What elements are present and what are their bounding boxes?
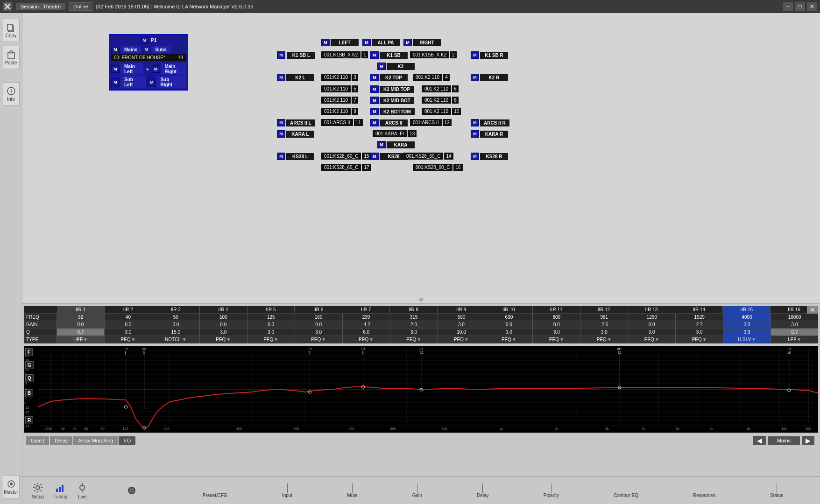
type-13[interactable]: PEQ▼ <box>628 336 676 343</box>
q-12[interactable]: 3.0 <box>580 329 628 336</box>
freq-15[interactable]: 4000 <box>723 314 771 321</box>
freq-1[interactable]: 32 <box>57 314 105 321</box>
q-4[interactable]: 3.0 <box>200 329 247 336</box>
r-button[interactable]: R <box>25 416 33 424</box>
nav-right-button[interactable]: ▶ <box>802 436 814 445</box>
type-2[interactable]: PEQ▼ <box>105 336 152 343</box>
k1sbr-m[interactable]: M <box>471 51 479 59</box>
k1sbl-m[interactable]: M <box>277 51 285 59</box>
ks28l-m[interactable]: M <box>277 153 285 160</box>
g-button[interactable]: G <box>25 361 34 369</box>
live-button[interactable]: Live <box>77 482 88 499</box>
q-6[interactable]: 3.0 <box>295 329 343 336</box>
freq-8[interactable]: 315 <box>390 314 438 321</box>
type-16[interactable]: LPF▼ <box>771 336 818 343</box>
freq-2[interactable]: 40 <box>105 314 152 321</box>
info-button[interactable]: i Info <box>3 82 20 105</box>
gain-13[interactable]: 0.0 <box>628 321 676 328</box>
panel-close-button[interactable]: ✕ <box>807 306 818 314</box>
k2l-m[interactable]: M <box>277 74 285 81</box>
q-1[interactable]: 0.7 <box>57 329 105 336</box>
kara-m[interactable]: M <box>377 141 386 148</box>
p1-m-button[interactable]: M <box>140 36 148 44</box>
preset-cfg-knob[interactable] <box>128 487 135 494</box>
mains-m-button[interactable]: M <box>111 46 120 53</box>
type-5[interactable]: PEQ▼ <box>247 336 295 343</box>
arcs2r-m[interactable]: M <box>471 119 479 126</box>
eq-tab[interactable]: EQ <box>119 436 135 445</box>
freq-5[interactable]: 125 <box>247 314 295 321</box>
right-m-btn[interactable]: M <box>403 39 412 46</box>
freq-14[interactable]: 1529 <box>676 314 723 321</box>
setup-button[interactable]: Setup <box>32 482 44 499</box>
ks28-m[interactable]: M <box>370 153 379 160</box>
q-3[interactable]: 15.0 <box>152 329 200 336</box>
type-7[interactable]: PEQ▼ <box>343 336 390 343</box>
gain-2[interactable]: 0.0 <box>105 321 152 328</box>
q-9[interactable]: 10.0 <box>438 329 486 336</box>
freq-16[interactable]: 16000 <box>771 314 818 321</box>
nav-left-button[interactable]: ◀ <box>753 436 766 445</box>
q-2[interactable]: 3.0 <box>105 329 152 336</box>
freq-13[interactable]: 1250 <box>628 314 676 321</box>
type-1[interactable]: HPF▼ <box>57 336 105 343</box>
type-12[interactable]: PEQ▼ <box>580 336 628 343</box>
main-left-m-button[interactable]: M <box>111 65 120 73</box>
k2c-m[interactable]: M <box>377 63 386 70</box>
q-14[interactable]: 3.0 <box>676 329 723 336</box>
main-right-m-button[interactable]: M <box>152 65 160 73</box>
type-14[interactable]: PEQ▼ <box>676 336 723 343</box>
type-4[interactable]: PEQ▼ <box>200 336 247 343</box>
gain-1[interactable]: 0.0 <box>57 321 105 328</box>
q-7[interactable]: 6.0 <box>343 329 390 336</box>
gain-tab[interactable]: Gain | <box>26 436 49 445</box>
delay-tab[interactable]: Delay <box>50 436 72 445</box>
k2midbot-m[interactable]: M <box>370 97 379 104</box>
sub-left-m-button[interactable]: M <box>111 78 120 86</box>
type-8[interactable]: PEQ▼ <box>390 336 438 343</box>
q-15[interactable]: 3.0 <box>723 329 771 336</box>
karar-m[interactable]: M <box>471 130 479 138</box>
left-m-btn[interactable]: M <box>321 39 330 46</box>
ks28r-m[interactable]: M <box>471 153 479 160</box>
allpa-m-btn[interactable]: M <box>362 39 371 46</box>
gain-16[interactable]: 3.0 <box>771 321 818 328</box>
arcs2l-m[interactable]: M <box>277 119 285 126</box>
freq-3[interactable]: 50 <box>152 314 200 321</box>
gain-14[interactable]: 2.7 <box>676 321 723 328</box>
gain-12[interactable]: -2.5 <box>580 321 628 328</box>
copy-button[interactable]: Copy <box>3 19 20 42</box>
gain-9[interactable]: 3.0 <box>438 321 486 328</box>
q-8[interactable]: 3.0 <box>390 329 438 336</box>
arcs2-m[interactable]: M <box>370 119 379 126</box>
freq-10[interactable]: 630 <box>485 314 533 321</box>
freq-9[interactable]: 500 <box>438 314 486 321</box>
gain-3[interactable]: 0.0 <box>152 321 200 328</box>
gain-4[interactable]: 0.0 <box>200 321 247 328</box>
master-button[interactable]: Master <box>3 475 20 498</box>
gain-10[interactable]: 0.0 <box>485 321 533 328</box>
maximize-button[interactable]: □ <box>795 2 805 11</box>
freq-12[interactable]: 981 <box>580 314 628 321</box>
q-10[interactable]: 3.0 <box>485 329 533 336</box>
subs-m-button[interactable]: M <box>142 46 150 53</box>
freq-7[interactable]: 239 <box>343 314 390 321</box>
close-window-button[interactable]: ✕ <box>807 2 817 11</box>
gain-5[interactable]: 0.0 <box>247 321 295 328</box>
q-11[interactable]: 3.0 <box>533 329 580 336</box>
freq-6[interactable]: 160 <box>295 314 343 321</box>
sub-right-m-button[interactable]: M <box>147 78 156 86</box>
gain-15[interactable]: 3.0 <box>723 321 771 328</box>
paste-button[interactable]: Paste <box>3 46 20 69</box>
type-3[interactable]: NOTCH▼ <box>152 336 200 343</box>
type-9[interactable]: PEQ▼ <box>438 336 486 343</box>
freq-11[interactable]: 800 <box>533 314 580 321</box>
gain-11[interactable]: 0.0 <box>533 321 580 328</box>
minimize-button[interactable]: − <box>783 2 793 11</box>
type-10[interactable]: PEQ▼ <box>485 336 533 343</box>
tuning-button[interactable]: Tuning <box>53 482 67 499</box>
k2bottom-m[interactable]: M <box>370 108 379 115</box>
q-16[interactable]: 0.7 <box>771 329 818 336</box>
freq-4[interactable]: 100 <box>200 314 247 321</box>
gain-6[interactable]: 0.0 <box>295 321 343 328</box>
